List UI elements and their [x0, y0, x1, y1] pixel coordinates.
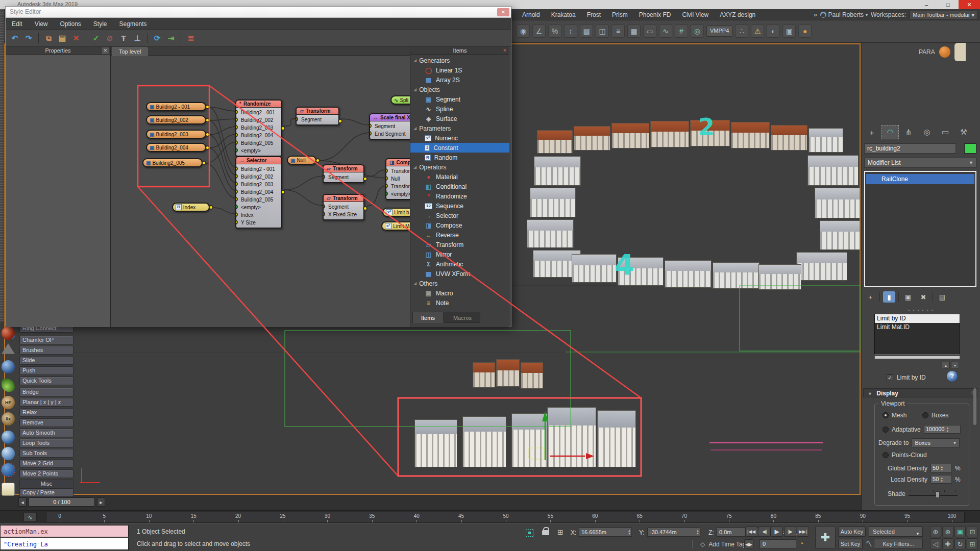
key-mode-icon[interactable]: °╲ [865, 539, 873, 548]
pin-bottom-icon[interactable]: ⊥ [131, 32, 143, 44]
panel-scrollbar[interactable] [973, 388, 976, 425]
fov-icon[interactable]: ◁ [930, 538, 941, 549]
node-input-port[interactable] [370, 131, 372, 136]
items-group-others[interactable]: ◢Others [410, 279, 509, 288]
next-frame-arrow[interactable]: ► [97, 497, 105, 507]
set-keys-button[interactable]: ✚ [815, 526, 836, 549]
node-input-port[interactable] [236, 174, 238, 179]
node-output-port[interactable] [209, 205, 213, 210]
node-input-port[interactable] [386, 191, 388, 196]
disable-icon[interactable]: ⊘ [104, 32, 116, 44]
maximize-button[interactable]: □ [937, 0, 959, 9]
node-input-port[interactable] [370, 123, 372, 128]
items-item-arithmetic[interactable]: ΣArithmetic [410, 259, 509, 269]
close-button[interactable]: ✕ [959, 0, 980, 9]
orbit-icon[interactable]: ↻ [954, 538, 966, 549]
render-setup-icon[interactable]: ◐ [767, 24, 780, 38]
copy-icon[interactable]: ⧉ [42, 32, 55, 44]
grass-icon[interactable] [2, 379, 15, 392]
node-output-port[interactable] [202, 161, 206, 165]
limit-by-id-node[interactable]: x²Limit b [382, 208, 410, 217]
modifier-list-dropdown[interactable]: Modifier List ▼ [864, 158, 976, 168]
segment-node[interactable]: ▣Building2_002 [146, 115, 206, 124]
zoom-extents-all-icon[interactable]: ⊡ [967, 526, 978, 537]
mini-curve-editor-icon[interactable]: ∿ [23, 513, 37, 522]
toolbar-grip[interactable] [0, 9, 4, 321]
selection-set-dropdown[interactable]: Selected ▼ [869, 527, 923, 537]
menu-overflow-chevron[interactable]: » [814, 11, 817, 18]
zoom-all-icon[interactable]: ⊛ [942, 526, 953, 537]
limit-list-item-limit-mat-id[interactable]: Limit Mat.ID [875, 323, 960, 332]
degrade-dropdown[interactable]: Boxes ▼ [912, 438, 960, 447]
make-unique-icon[interactable]: ▣ [902, 291, 914, 303]
node-output-port[interactable] [363, 177, 368, 181]
items-bottom-tab-items[interactable]: Items [412, 312, 444, 323]
node-output-port[interactable] [205, 105, 210, 109]
delete-icon[interactable]: ✕ [70, 32, 82, 44]
undo-icon[interactable]: ↶ [9, 32, 21, 44]
track-bar-ruler[interactable]: 0510152025303540455055606570758085909510… [46, 512, 965, 523]
items-group-parameters[interactable]: ◢Parameters [410, 123, 509, 133]
selection-lock-icon[interactable] [542, 530, 549, 535]
limit-list-item-limit-by-id[interactable]: Limit by ID [875, 314, 960, 323]
menu-phoenix-fd[interactable]: Phoenix FD [633, 11, 677, 18]
display-rollout-header[interactable]: ▼ Display ⁞⁞ [863, 388, 977, 397]
se-menu-edit[interactable]: Edit [6, 20, 29, 28]
node-input-port[interactable] [236, 110, 238, 114]
slider-thumb[interactable] [936, 491, 940, 498]
marquee-select-icon[interactable] [2, 463, 15, 477]
mirror-icon[interactable]: ◫ [596, 24, 609, 38]
items-item-random[interactable]: RRandom [410, 153, 509, 162]
segment-node[interactable]: ▣Building2 - 001 [146, 102, 206, 111]
items-item-compose[interactable]: ◨Compose [410, 220, 509, 230]
zoom-extents-icon[interactable]: ▣ [954, 526, 966, 537]
tool-slide[interactable]: Slide [19, 356, 74, 365]
modify-tab[interactable]: ◠ [881, 125, 899, 139]
previous-frame-button[interactable]: ◀| [758, 527, 771, 537]
items-item-conditional[interactable]: ◧Conditional [410, 182, 509, 191]
pick-object-icon[interactable] [2, 447, 15, 460]
rendered-frame-icon[interactable]: ▣ [782, 24, 796, 38]
shade-slider[interactable] [909, 490, 958, 497]
node-graph-canvas[interactable]: ▣Building2 - 001▣Building2_002▣Building2… [111, 56, 410, 327]
items-item-numeric[interactable]: x²Numeric [410, 133, 509, 143]
isolate-selection-icon[interactable] [526, 529, 533, 537]
set-key-button[interactable]: Set Key [838, 539, 863, 549]
segment-node[interactable]: ▣Building2_004 [146, 143, 206, 152]
node-input-port[interactable] [236, 140, 238, 145]
tool-loop-tools[interactable]: Loop Tools [19, 439, 74, 447]
motion-tab[interactable]: ◎ [918, 125, 936, 139]
create-tab[interactable]: + [863, 125, 880, 139]
tool-auto-smooth[interactable]: Auto Smooth [19, 429, 74, 437]
se-menu-options[interactable]: Options [54, 20, 87, 28]
time-configuration-icon[interactable]: ◔ [799, 539, 803, 547]
transform-node[interactable]: ▱TransformSegment [296, 107, 339, 126]
node-input-port[interactable] [236, 166, 238, 171]
current-frame-field[interactable]: 0 [760, 539, 796, 548]
se-menu-view[interactable]: View [29, 20, 54, 28]
items-item-selector[interactable]: →Selector [410, 211, 509, 220]
orange-sphere-icon[interactable] [939, 46, 950, 58]
randomize-node[interactable]: *RandomizeBuilding2 - 001Building2_002Bu… [235, 99, 282, 157]
node-input-port[interactable] [236, 117, 238, 122]
node-output-port[interactable] [205, 132, 210, 137]
menu-arnold[interactable]: Arnold [517, 11, 546, 18]
node-output-port[interactable] [281, 190, 285, 194]
tool-remove[interactable]: Remove [19, 418, 74, 427]
boxes-radio[interactable] [922, 412, 928, 418]
node-output-port[interactable] [338, 119, 342, 123]
play-button[interactable]: ▶ [771, 527, 783, 537]
tool-sub-tools[interactable]: Sub Tools [19, 449, 74, 458]
maxscript-listener-pink[interactable]: actionMan.ex [0, 525, 129, 537]
go-to-end-button[interactable]: ▶▶| [797, 527, 809, 537]
node-input-port[interactable] [236, 212, 238, 217]
object-name-field[interactable]: rc_building2 [864, 143, 956, 154]
items-group-operators[interactable]: ◢Operators [410, 162, 509, 172]
warning-icon[interactable]: ⚠ [751, 24, 764, 38]
items-group-generators[interactable]: ◢Generators [410, 56, 509, 65]
items-item-surface[interactable]: ◈Surface [410, 114, 509, 123]
pin-stack-icon[interactable]: + [864, 291, 876, 303]
tool-move-2-points[interactable]: Move 2 Points [19, 469, 74, 478]
tool-copy-paste[interactable]: Copy / Paste [19, 488, 74, 497]
pin-top-icon[interactable]: Ŧ [117, 32, 130, 44]
